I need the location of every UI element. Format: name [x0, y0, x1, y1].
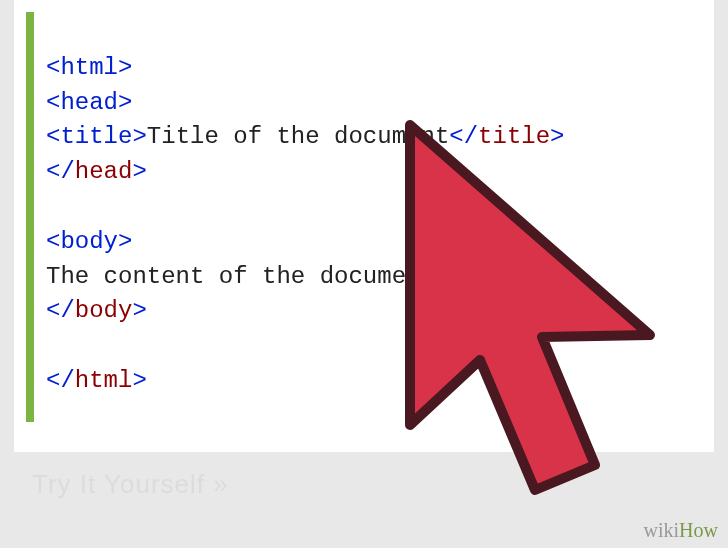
code-line-8: </body> [46, 297, 147, 324]
code-panel: <html> <head> <title>Title of the docume… [14, 0, 714, 452]
code-line-6: <body> [46, 228, 132, 255]
code-line-10: </html> [46, 367, 147, 394]
code-line-3: <title>Title of the document</title> [46, 123, 565, 150]
code-accent-bar [26, 12, 34, 422]
code-line-1: <html> [46, 54, 132, 81]
faint-background-text: Try It Yourself » [32, 469, 229, 500]
watermark-part1: wiki [644, 519, 680, 541]
code-block: <html> <head> <title>Title of the docume… [34, 0, 577, 452]
watermark: wikiHow [644, 519, 718, 542]
watermark-part2: How [679, 519, 718, 541]
code-line-7: The content of the document...... [46, 263, 521, 290]
code-line-2: <head> [46, 89, 132, 116]
code-line-4: </head> [46, 158, 147, 185]
